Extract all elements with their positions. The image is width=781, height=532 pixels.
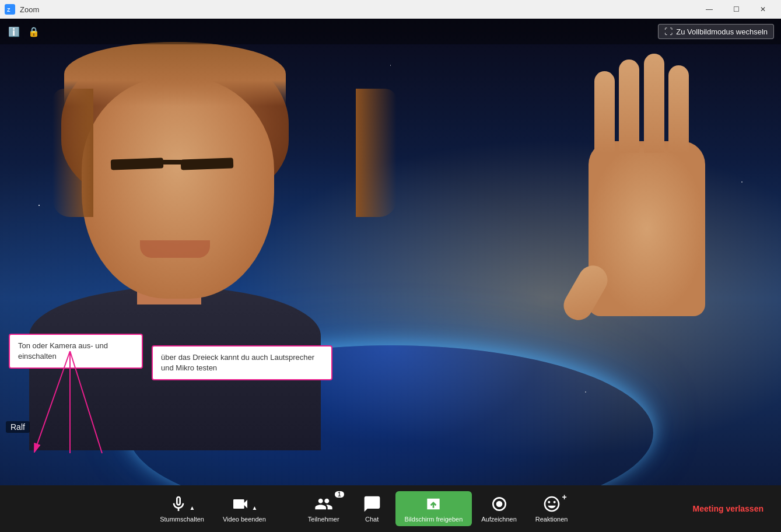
video-background: Ralf Ton oder Kamera aus- und einschalte… — [0, 19, 781, 485]
participants-label: Teilnehmer — [308, 516, 339, 523]
record-label: Aufzeichnen — [481, 516, 517, 523]
share-screen-button[interactable]: Bildschirm freigeben — [395, 491, 472, 526]
leave-meeting-button[interactable]: Meeting verlassen — [687, 504, 769, 513]
record-icon — [490, 495, 509, 513]
chat-button[interactable]: Chat — [349, 495, 395, 523]
top-bar: ℹ️ 🔒 ⛶ Zu Vollbildmodus wechseln — [0, 19, 781, 44]
video-arrow-icon[interactable]: ▲ — [251, 505, 257, 511]
glasses-bridge — [162, 160, 182, 164]
annotation-box-2: über das Dreieck kannt du auch Lautsprec… — [152, 345, 332, 380]
finger-3 — [644, 54, 664, 153]
svg-text:Z: Z — [7, 7, 10, 13]
share-label: Bildschirm freigeben — [405, 516, 463, 523]
fullscreen-icon: ⛶ — [664, 27, 673, 36]
finger-4 — [668, 65, 689, 153]
reactions-button[interactable]: + Reaktionen — [526, 495, 577, 523]
maximize-button[interactable]: ☐ — [723, 0, 750, 19]
video-icon-group: ▲ — [231, 495, 257, 513]
person-hair-side-right — [356, 89, 397, 217]
participants-button[interactable]: 1 Teilnehmer — [299, 495, 349, 523]
lock-icon[interactable]: 🔒 — [27, 24, 41, 38]
raised-hand-area — [559, 106, 734, 398]
video-area: Ralf Ton oder Kamera aus- und einschalte… — [0, 19, 781, 485]
finger-2 — [619, 60, 639, 153]
glasses-left — [111, 158, 164, 170]
share-screen-icon — [424, 495, 443, 513]
fullscreen-label: Zu Vollbildmodus wechseln — [676, 27, 768, 36]
participant-name: Ralf — [6, 421, 30, 433]
fullscreen-button[interactable]: ⛶ Zu Vollbildmodus wechseln — [658, 24, 774, 39]
chat-icon — [363, 495, 381, 513]
svg-point-6 — [496, 501, 502, 508]
reactions-label: Reaktionen — [535, 516, 568, 523]
window-controls[interactable]: — ☐ ✕ — [696, 0, 776, 19]
mute-arrow-icon[interactable]: ▲ — [190, 505, 195, 511]
video-camera-icon — [231, 495, 250, 513]
annotation-2-text: über das Dreieck kannt du auch Lautsprec… — [161, 353, 314, 372]
emoji-icon — [542, 495, 561, 513]
minimize-button[interactable]: — — [696, 0, 723, 19]
toolbar: ▲ Stummschalten ▲ Video beenden 1 Teilne… — [0, 485, 781, 532]
microphone-icon — [169, 495, 188, 513]
person-hair-side-left — [52, 89, 93, 217]
hand-palm — [589, 141, 705, 316]
annotation-1-text: Ton oder Kamera aus- und einschalten — [18, 341, 108, 360]
chat-label: Chat — [365, 516, 379, 523]
person-face — [82, 77, 274, 299]
participants-icon — [314, 495, 333, 513]
video-label: Video beenden — [223, 516, 266, 523]
mute-icon-group: ▲ — [169, 495, 195, 513]
record-button[interactable]: Aufzeichnen — [472, 495, 526, 523]
participants-badge: 1 — [335, 491, 344, 498]
title-bar-left: Z Zoom — [5, 4, 39, 15]
top-bar-icons: ℹ️ 🔒 — [7, 24, 41, 38]
participant-video — [29, 30, 408, 450]
app-title: Zoom — [20, 5, 39, 14]
close-button[interactable]: ✕ — [750, 0, 776, 19]
annotation-box-1: Ton oder Kamera aus- und einschalten — [9, 334, 143, 369]
reactions-plus-icon: + — [562, 492, 566, 502]
mute-button[interactable]: ▲ Stummschalten — [150, 495, 213, 523]
reactions-icon-wrap: + — [542, 495, 561, 513]
zoom-logo: Z — [5, 4, 15, 15]
title-bar: Z Zoom — ☐ ✕ — [0, 0, 781, 19]
toolbar-center: ▲ Stummschalten ▲ Video beenden 1 Teilne… — [41, 491, 687, 526]
person-mouth — [140, 240, 210, 258]
mute-label: Stummschalten — [160, 516, 204, 523]
glasses-right — [181, 158, 234, 170]
finger-1 — [594, 71, 615, 153]
video-button[interactable]: ▲ Video beenden — [213, 495, 275, 523]
person-hair-top — [64, 42, 286, 106]
info-icon[interactable]: ℹ️ — [7, 24, 21, 38]
